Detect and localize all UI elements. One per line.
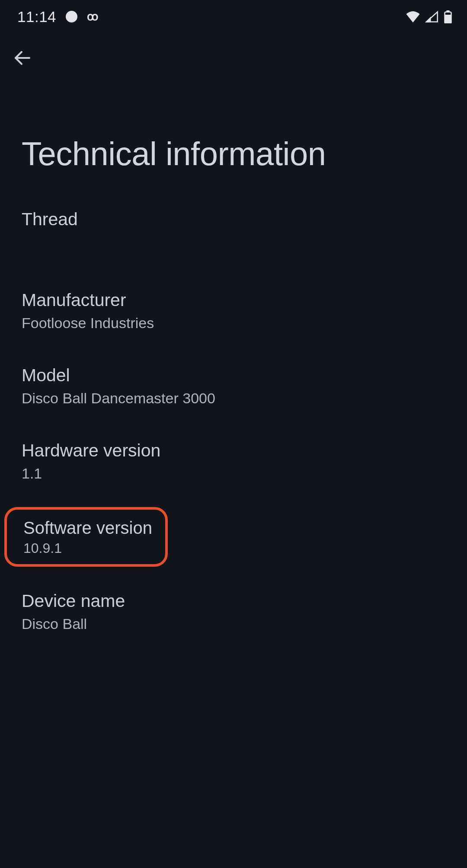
list-item-device-name[interactable]: Device name Disco Ball [0,567,467,645]
item-value: Footloose Industries [22,315,445,332]
list-item-hardware-version[interactable]: Hardware version 1.1 [0,420,467,495]
status-left: 11:14 ꝏ [17,8,97,26]
status-bar: 11:14 ꝏ [0,0,467,30]
voicemail-icon: ꝏ [87,10,97,23]
list-item-model[interactable]: Model Disco Ball Dancemaster 3000 [0,345,467,420]
item-label: Hardware version [22,440,445,461]
item-value: Disco Ball Dancemaster 3000 [22,390,445,407]
battery-icon [444,10,452,23]
item-label: Software version [23,518,152,538]
wifi-icon [406,11,420,22]
item-label: Manufacturer [22,290,445,310]
status-dot-icon [66,11,77,22]
list-item-manufacturer[interactable]: Manufacturer Footloose Industries [0,230,467,345]
item-label: Device name [22,591,445,611]
item-label: Model [22,365,445,386]
svg-rect-2 [445,15,451,23]
arrow-left-icon [12,48,33,68]
section-header-thread: Thread [0,172,467,230]
item-value: 1.1 [22,465,445,482]
item-value: Disco Ball [22,616,445,632]
status-time: 11:14 [17,8,56,26]
item-value: 10.9.1 [23,540,152,556]
cellular-signal-icon [425,11,439,23]
page-title: Technical information [0,70,467,172]
back-button[interactable] [0,30,33,70]
list-item-software-version-highlighted[interactable]: Software version 10.9.1 [4,507,168,567]
status-right [406,10,452,23]
